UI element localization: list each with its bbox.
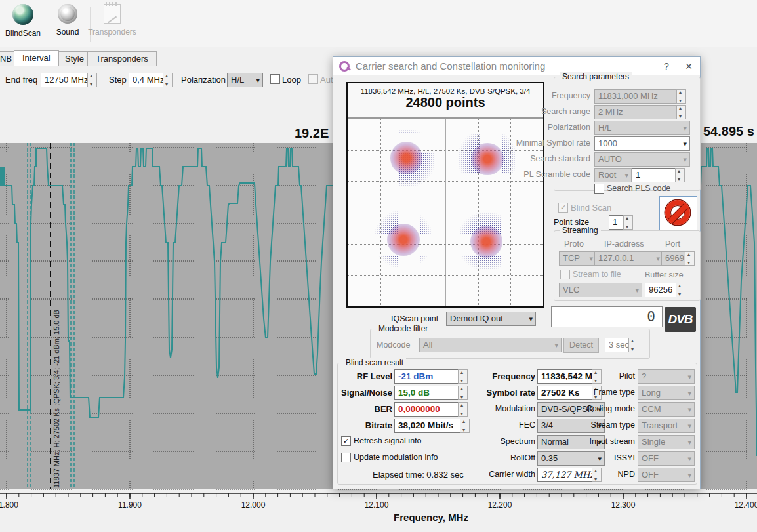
- search-pls-checkbox[interactable]: [594, 184, 604, 194]
- constellation-panel: 11836,542 MHz, H/L, 27502 Ks, DVB-S/QPSK…: [346, 82, 544, 308]
- auto-expo-checkbox: [308, 74, 318, 84]
- signal-noise-value[interactable]: 15,0 dB: [394, 386, 462, 400]
- step-spinner[interactable]: [163, 73, 173, 87]
- min-symbol-rate-select[interactable]: 1000: [594, 136, 690, 151]
- point-size-spinner[interactable]: [623, 215, 633, 230]
- buffer-size-spinner[interactable]: [676, 283, 685, 297]
- end-freq-input[interactable]: 12750 MHz: [41, 73, 91, 87]
- rf-level-label: RF Level: [340, 371, 392, 381]
- scan-time-label: 54.895 s: [703, 124, 754, 139]
- close-icon[interactable]: ✕: [678, 61, 700, 72]
- refresh-signal-label: Refresh signal info: [354, 436, 422, 445]
- coding-mode-select: CCM: [638, 402, 695, 417]
- main-toolbar: BlindScan Sound Transponders: [0, 0, 757, 47]
- pl-scramble-spinner[interactable]: [675, 168, 685, 182]
- x-tick-label: 12.300: [611, 501, 636, 510]
- result-frequency-label: Frequency: [476, 371, 535, 381]
- iqscan-point-select[interactable]: Demod IQ out: [446, 312, 536, 326]
- search-standard-select: AUTO: [594, 152, 690, 167]
- search-frequency-input: 11831,000 MHz: [594, 89, 681, 104]
- transponders-button: Transponders: [83, 4, 142, 45]
- sound-button[interactable]: Sound: [47, 4, 88, 45]
- dialog-title-bar[interactable]: Carrier search and Constellation monitor…: [333, 57, 700, 75]
- signal-noise-spinner[interactable]: [458, 386, 468, 400]
- x-axis-title: Frequency, MHz: [394, 512, 468, 523]
- modcode-select: All: [419, 338, 562, 352]
- stream-to-file-label: Stream to file: [573, 270, 621, 279]
- magnifier-icon: [338, 60, 350, 72]
- loop-checkbox[interactable]: [270, 74, 280, 84]
- refresh-signal-checkbox[interactable]: ✓: [341, 436, 351, 446]
- ber-value[interactable]: 0,0000000: [394, 402, 462, 417]
- constellation-cluster: [375, 211, 432, 268]
- frame-type-select: Long: [638, 386, 695, 400]
- bitrate-label: Bitrate: [340, 420, 392, 430]
- blindscan-label: BlindScan: [3, 29, 43, 38]
- help-button[interactable]: ?: [655, 61, 678, 72]
- end-freq-label: End freq: [5, 75, 37, 85]
- modcode-filter-title: Modcode filter: [376, 324, 430, 333]
- rolloff-label: RollOff: [476, 453, 535, 462]
- carrier-search-dialog: Carrier search and Constellation monitor…: [333, 56, 701, 489]
- pilot-select: ?: [638, 369, 695, 384]
- search-range-spinner: [676, 105, 686, 119]
- dialog-title: Carrier search and Constellation monitor…: [350, 60, 655, 72]
- carrier-width-label[interactable]: Carrier width: [476, 470, 535, 479]
- search-frequency-spinner: [676, 89, 686, 104]
- stream-type-label: Stream type: [583, 420, 635, 430]
- frame-type-label: Frame type: [583, 388, 635, 397]
- input-stream-select: Single: [638, 435, 695, 449]
- tab-nb[interactable]: NB: [0, 51, 15, 66]
- blind-scan-checkbox: ✓: [558, 203, 568, 213]
- satellite-position-label: 19.2E: [295, 126, 329, 141]
- pl-scramble-label: PL Scramble code: [509, 170, 590, 179]
- x-tick-label: 12.000: [241, 501, 266, 510]
- search-standard-label: Search standard: [517, 154, 590, 163]
- detect-interval-spinner[interactable]: [628, 338, 638, 352]
- issyi-label: ISSYI: [583, 453, 635, 462]
- symbol-rate-label: Symbol rate: [476, 388, 535, 398]
- modulation-label: Modulation: [476, 404, 535, 413]
- constellation-carrier-info: 11836,542 MHz, H/L, 27502 Ks, DVB-S/QPSK…: [348, 83, 543, 95]
- x-tick-label: 12.100: [365, 501, 389, 510]
- player-select: VLC: [559, 283, 642, 297]
- search-parameters-title: Search parameters: [560, 72, 632, 81]
- issyi-select: OFF: [638, 451, 695, 466]
- port-spinner: [685, 251, 695, 266]
- buffer-size-label: Buffer size: [645, 270, 684, 279]
- pl-scramble-value-input[interactable]: 1: [632, 168, 680, 182]
- tab-transponders[interactable]: Transponders: [87, 51, 157, 66]
- search-range-label: Search range: [517, 107, 590, 116]
- search-range-input: 2 MHz: [594, 105, 681, 119]
- search-pls-label: Search PLS code: [607, 184, 670, 193]
- tab-interval[interactable]: Interval: [14, 50, 59, 66]
- blindscan-button[interactable]: BlindScan: [3, 4, 43, 45]
- blindscan-icon: [12, 4, 33, 25]
- elapsed-time-label: Elapsed time: 0.832 sec: [373, 470, 464, 480]
- fec-label: FEC: [476, 420, 535, 430]
- ip-address-label: IP-address: [604, 239, 644, 249]
- end-freq-spinner[interactable]: [87, 73, 97, 87]
- buffer-size-input[interactable]: 96256: [645, 283, 680, 297]
- constellation-gridline: [348, 275, 543, 276]
- toolbar-separator: [45, 7, 45, 42]
- bitrate-value[interactable]: 38,020 Mbit/s: [394, 419, 464, 433]
- carrier-marker-label: 11837 MHz; H; 27502 Ks ;QPSK; 3/4; -21 d…: [52, 310, 60, 488]
- transponders-label: Transponders: [83, 28, 142, 37]
- stop-button[interactable]: [659, 196, 697, 230]
- rf-level-spinner[interactable]: [458, 369, 468, 384]
- rf-level-value[interactable]: -21 dBm: [394, 369, 462, 384]
- min-symbol-rate-label: Minimal Symbol rate: [505, 138, 590, 148]
- port-label: Port: [665, 239, 680, 249]
- signal-noise-label: Signal/Noise: [335, 388, 392, 398]
- stream-type-select: Transport: [638, 419, 695, 433]
- ber-spinner[interactable]: [458, 402, 468, 417]
- polarization-select[interactable]: H/L: [227, 73, 263, 87]
- ip-address-select: 127.0.0.1: [594, 251, 663, 266]
- constellation-cluster: [458, 213, 516, 270]
- sound-label: Sound: [47, 28, 88, 37]
- spectrum-label: Spectrum: [476, 437, 535, 446]
- step-input[interactable]: 0,4 MHz: [129, 73, 167, 87]
- update-modulation-checkbox[interactable]: [341, 453, 351, 462]
- bitrate-spinner[interactable]: [460, 419, 470, 433]
